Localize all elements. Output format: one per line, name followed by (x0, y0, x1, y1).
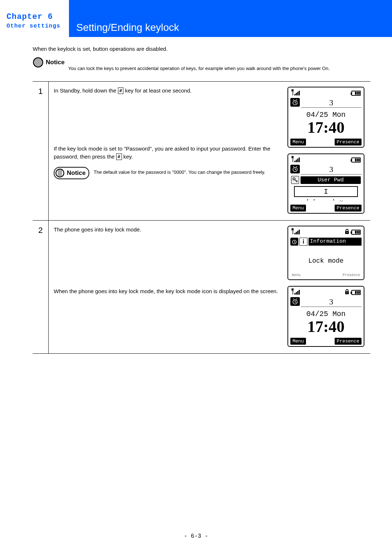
svg-rect-30 (294, 233, 295, 234)
svg-rect-22 (293, 158, 293, 162)
chapter-title: Chapter 6 (7, 12, 65, 21)
step-1-pw-a: If the key lock mode is set to "Password… (54, 145, 270, 160)
svg-rect-23 (294, 161, 295, 162)
info-title: Information (309, 238, 362, 246)
screen-line-number: 3 (301, 297, 362, 307)
alarm-icon (290, 165, 300, 173)
screen-date: 04/25 Mon (289, 310, 363, 318)
svg-rect-41 (299, 290, 300, 295)
step-1-text-a: In Standby, hold down the (54, 87, 118, 94)
screen-date: 04/25 Mon (289, 111, 363, 119)
signal-icon (291, 228, 301, 236)
signal-icon (291, 156, 301, 164)
battery-icon (351, 290, 361, 295)
svg-rect-31 (296, 232, 297, 234)
screen-password: 3 User Pwd I ▪ ▪ ▪ ◡ Menu Prese (287, 153, 364, 214)
softkey-presence: Presence (335, 205, 362, 212)
softkey-menu: Menu (290, 205, 306, 212)
alarm-icon (290, 297, 300, 306)
step-2-number: 2 (33, 221, 49, 353)
screen-information: i Information Lock mode menu Presence (287, 226, 364, 280)
svg-rect-29 (293, 230, 293, 234)
signal-icon (291, 288, 301, 296)
svg-rect-38 (294, 293, 295, 295)
notice-label: Notice (67, 169, 86, 178)
alarm-icon (290, 238, 298, 246)
svg-rect-37 (293, 291, 293, 295)
screen-locked-standby: 3 04/25 Mon 17:40 Menu Presence (287, 286, 364, 347)
softkey-menu: Menu (290, 139, 306, 145)
password-input: I (294, 186, 358, 197)
signal-icon (291, 89, 301, 97)
info-icon: i (299, 238, 307, 246)
chapter-subtitle: Other settings (7, 23, 65, 29)
softkey-menu: Menu (290, 338, 306, 345)
step-2-note: When the phone goes into key lock mode, … (54, 287, 281, 295)
step-1-pw-b: key. (123, 153, 133, 160)
svg-point-35 (347, 232, 347, 233)
step-1-inner-notice: Notice The default value for the passwor… (54, 167, 281, 179)
page-title: Setting/Ending keylock (69, 9, 392, 37)
lock-icon (344, 289, 350, 296)
info-body: Lock mode (289, 246, 363, 273)
svg-rect-16 (293, 91, 293, 95)
battery-icon (351, 230, 361, 235)
intro-text: When the keylock is set, button operatio… (33, 46, 370, 52)
svg-rect-20 (299, 91, 300, 95)
svg-rect-32 (297, 231, 298, 234)
screen-standby: 3 04/25 Mon 17:40 Menu Presence (287, 87, 364, 148)
notice-icon (33, 57, 44, 68)
notice-icon (55, 168, 65, 178)
screen-time: 17:40 (289, 120, 363, 136)
softkey-presence: Presence (335, 338, 362, 345)
svg-rect-26 (299, 157, 300, 162)
step-1-password-note: If the key lock mode is set to "Password… (54, 145, 281, 161)
key-icon (291, 176, 299, 184)
battery-icon (351, 157, 361, 163)
alarm-icon (290, 98, 300, 107)
step-1-number: 1 (33, 82, 49, 220)
password-title: User Pwd (301, 176, 361, 184)
softkey-presence: Presence (335, 139, 362, 145)
top-notice: Notice You can lock the keys to prevent … (33, 57, 370, 71)
battery-icon (351, 91, 361, 96)
svg-rect-17 (294, 94, 295, 95)
chapter-header: Chapter 6 Other settings Setting/Ending … (0, 9, 392, 37)
scroll-dots: ▪ ▪ ▪ ◡ (289, 198, 363, 203)
ghost-softkey-right: Presence (343, 273, 360, 277)
svg-rect-25 (297, 159, 298, 162)
svg-rect-40 (297, 291, 298, 295)
svg-rect-24 (296, 160, 297, 162)
lock-icon (344, 229, 350, 236)
step-2-row: 2 The phone goes into key lock mode. Whe… (33, 221, 370, 354)
hash-key-icon: # (116, 153, 122, 160)
svg-point-43 (347, 292, 347, 293)
screen-line-number: 3 (301, 165, 362, 175)
hash-key-icon: # (118, 87, 124, 94)
svg-rect-18 (296, 93, 297, 95)
step-1-inner-notice-text: The default value for the password is "0… (94, 167, 265, 176)
step-1-text-b: key for at least one second. (125, 87, 192, 94)
step-2-main: The phone goes into key lock mode. (54, 226, 281, 234)
steps-table: 1 In Standby, hold down the # key for at… (33, 81, 370, 354)
ghost-softkey-left: menu (292, 273, 301, 277)
screen-time: 17:40 (289, 319, 363, 335)
screen-line-number: 3 (301, 98, 362, 108)
step-1-main: In Standby, hold down the # key for at l… (54, 87, 281, 95)
page-number: - 6-3 - (0, 533, 392, 539)
svg-rect-33 (299, 230, 300, 234)
step-1-row: 1 In Standby, hold down the # key for at… (33, 82, 370, 221)
top-banner (0, 0, 392, 9)
svg-rect-19 (297, 92, 298, 95)
notice-label: Notice (46, 59, 65, 66)
svg-rect-39 (296, 292, 297, 295)
top-notice-text: You can lock the keys to prevent acciden… (68, 57, 370, 71)
